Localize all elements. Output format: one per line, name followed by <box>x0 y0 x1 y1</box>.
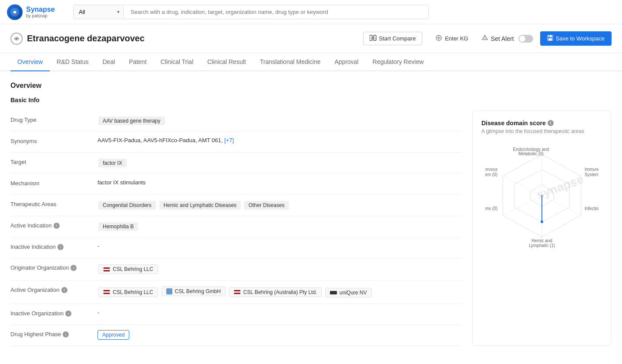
tag-congenital: Congenital Disorders <box>98 201 156 210</box>
org-tag-csl-behring-gmbh[interactable]: CSL Behring GmbH <box>161 287 226 296</box>
synonyms-more[interactable]: [+7] <box>224 137 234 144</box>
tab-translational-medicine[interactable]: Translational Medicine <box>253 53 328 71</box>
org-tag-csl-behring-au[interactable]: CSL Behring (Australia) Pty Ltd. <box>229 287 322 297</box>
label-target: Target <box>10 158 98 165</box>
tab-overview[interactable]: Overview <box>10 53 50 71</box>
logo-sub: by patsnap <box>26 13 55 18</box>
value-inactive-org: - <box>98 309 462 316</box>
kg-label: Enter KG <box>445 35 468 42</box>
svg-text:Hemic and: Hemic and <box>531 238 552 243</box>
save-button[interactable]: Save to Workspace <box>540 31 612 46</box>
label-inactive-indication: Inactive Indication i <box>10 243 98 250</box>
label-active-org: Active Organization i <box>10 286 98 293</box>
search-input[interactable] <box>124 5 428 19</box>
active-indication-info-icon[interactable]: i <box>54 223 60 229</box>
row-therapeutic-areas: Therapeutic Areas Congenital Disorders H… <box>10 195 462 216</box>
synonyms-text: AAV5-FIX-Padua, AAV5-hFIXco-Padua, AMT 0… <box>98 137 223 144</box>
row-originator-org: Originator Organization i CSL Behring LL… <box>10 258 462 281</box>
header-actions: VS Start Compare Enter KG <box>363 31 612 46</box>
tag-target: factor IX <box>98 159 127 167</box>
compare-label: Start Compare <box>379 35 416 42</box>
disease-domain-info-icon[interactable]: i <box>548 120 554 126</box>
row-drug-highest-phase: Drug Highest Phase i Approved <box>10 325 462 346</box>
svg-point-1 <box>13 11 16 13</box>
org-logo-dark <box>330 291 337 294</box>
value-mechanism: factor IX stimulants <box>98 179 462 186</box>
tab-approval[interactable]: Approval <box>328 53 366 71</box>
org-logo-doc <box>166 288 172 294</box>
tab-clinical-result[interactable]: Clinical Result <box>200 53 253 71</box>
search-filter-wrap[interactable]: All Drug Target Organization Indication <box>74 5 123 19</box>
svg-point-27 <box>541 220 543 223</box>
tab-rd-status[interactable]: R&D Status <box>50 53 95 71</box>
tag-active-indication: Hemophilia B <box>98 222 138 231</box>
logo-name: Synapse <box>26 6 55 13</box>
value-active-indication: Hemophilia B <box>98 221 462 232</box>
label-active-indication: Active Indication i <box>10 221 98 229</box>
org-tag-csl-behring-originator[interactable]: CSL Behring LLC <box>98 264 158 274</box>
alert-label: Set Alert <box>491 35 514 42</box>
tab-clinical-trial[interactable]: Clinical Trial <box>154 53 200 71</box>
org-logo-flag-2 <box>234 290 241 294</box>
svg-text:Nervous: Nervous <box>485 167 498 172</box>
org-tag-csl-behring-llc[interactable]: CSL Behring LLC <box>98 287 158 297</box>
label-drug-highest-phase: Drug Highest Phase i <box>10 330 98 337</box>
label-drug-type: Drug Type <box>10 116 98 123</box>
svg-text:Neoplasms (0): Neoplasms (0) <box>485 206 498 211</box>
row-inactive-org: Inactive Organization i - <box>10 304 462 325</box>
save-label: Save to Workspace <box>556 35 605 42</box>
value-drug-type: AAV based gene therapy <box>98 116 462 126</box>
svg-point-13 <box>484 39 485 40</box>
row-active-org: Active Organization i CSL Behring LLC CS… <box>10 281 462 304</box>
svg-rect-17 <box>549 36 550 37</box>
sub-section-basic-info: Basic Info <box>10 97 612 104</box>
inactive-org-info-icon[interactable]: i <box>65 311 71 317</box>
alert-area: Set Alert <box>481 34 533 43</box>
drug-header: Etranacogene dezaparvovec VS Start Compa… <box>0 24 622 53</box>
row-synonyms: Synonyms AAV5-FIX-Padua, AAV5-hFIXco-Pad… <box>10 132 462 153</box>
compare-button[interactable]: VS Start Compare <box>363 32 423 45</box>
svg-text:VS: VS <box>370 36 375 40</box>
disease-domain-card: Disease domain score i A glimpse into th… <box>472 110 612 346</box>
value-originator-org: CSL Behring LLC <box>98 264 462 275</box>
top-bar: Synapse by patsnap All Drug Target Organ… <box>0 0 622 24</box>
alert-toggle[interactable] <box>518 35 533 43</box>
org-tag-uniqure[interactable]: uniQure NV <box>325 288 372 297</box>
svg-rect-16 <box>548 38 552 40</box>
kg-button[interactable]: Enter KG <box>429 32 474 45</box>
alert-icon <box>481 34 488 43</box>
org-logo-flag-originator <box>103 267 110 272</box>
value-inactive-indication: - <box>98 243 462 249</box>
org-logo-flag-1 <box>103 290 110 294</box>
row-inactive-indication: Inactive Indication i - <box>10 237 462 258</box>
radar-svg: synapse Endocrinology and Metabolic (0) … <box>485 146 598 250</box>
value-active-org: CSL Behring LLC CSL Behring GmbH CSL Beh… <box>98 286 462 298</box>
row-drug-type: Drug Type AAV based gene therapy <box>10 110 462 132</box>
label-synonyms: Synonyms <box>10 137 98 144</box>
originator-org-info-icon[interactable]: i <box>71 265 77 271</box>
label-originator-org: Originator Organization i <box>10 264 98 271</box>
tab-regulatory-review[interactable]: Regulatory Review <box>366 53 431 71</box>
section-title-overview: Overview <box>10 82 612 90</box>
svg-text:Metabolic (0): Metabolic (0) <box>518 151 544 156</box>
label-inactive-org: Inactive Organization i <box>10 309 98 317</box>
drug-icon <box>10 33 23 45</box>
info-table: Drug Type AAV based gene therapy Synonym… <box>10 110 462 346</box>
search-filter-select[interactable]: All Drug Target Organization Indication <box>74 5 123 19</box>
tag-hemic: Hemic and Lymphatic Diseases <box>159 201 241 210</box>
value-synonyms: AAV5-FIX-Padua, AAV5-hFIXco-Padua, AMT 0… <box>98 137 462 144</box>
value-drug-highest-phase: Approved <box>98 330 462 340</box>
row-mechanism: Mechanism factor IX stimulants <box>10 174 462 195</box>
main-content: Overview Basic Info Drug Type AAV based … <box>0 71 622 356</box>
inactive-indication-info-icon[interactable]: i <box>57 244 64 250</box>
logo-icon <box>7 4 23 20</box>
active-org-info-icon[interactable]: i <box>61 287 67 293</box>
svg-point-2 <box>16 38 17 40</box>
tab-deal[interactable]: Deal <box>96 53 122 71</box>
drug-phase-info-icon[interactable]: i <box>63 331 69 337</box>
compare-icon: VS <box>370 35 377 42</box>
svg-text:synapse: synapse <box>535 172 585 201</box>
kg-icon <box>435 34 442 43</box>
radar-chart: synapse Endocrinology and Metabolic (0) … <box>481 141 602 254</box>
tab-patent[interactable]: Patent <box>122 53 153 71</box>
